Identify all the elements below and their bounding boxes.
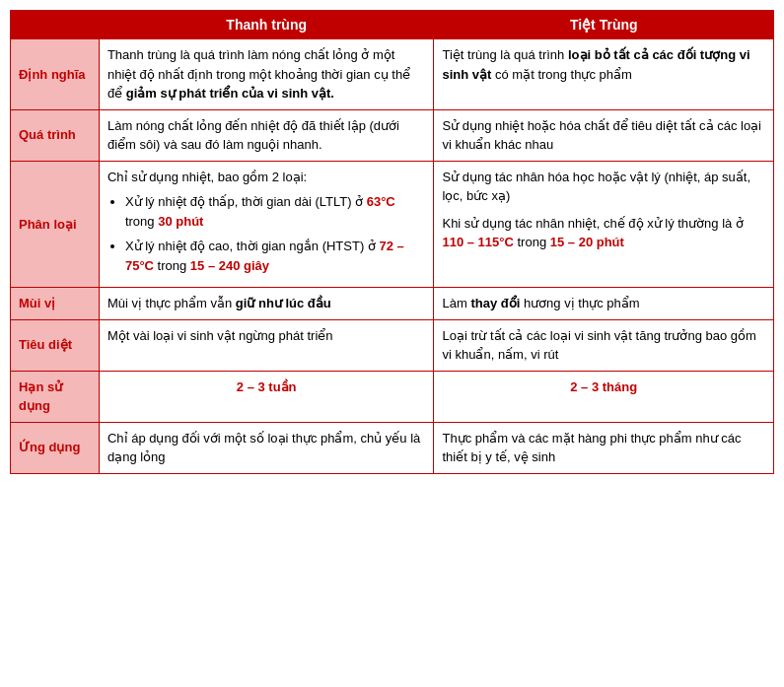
header-thanh-trung: Thanh trùng (99, 11, 434, 39)
row-label: Hạn sử dụng (11, 371, 100, 422)
table-row: Định nghĩaThanh trùng là quá trình làm n… (11, 39, 774, 110)
header-empty (11, 11, 100, 39)
cell-tiet: Tiệt trùng là quá trình loại bỏ tất cả c… (434, 39, 774, 110)
table-row: Ứng dụngChỉ áp dụng đối với một số loại … (11, 422, 774, 473)
cell-tiet: Sử dụng nhiệt hoặc hóa chất để tiêu diệt… (434, 109, 774, 161)
table-row: Phân loạiChỉ sử dụng nhiệt, bao gồm 2 lo… (11, 161, 774, 288)
row-label: Quá trình (11, 109, 100, 161)
cell-tiet: Loại trừ tất cả các loại vi sinh vật tăn… (434, 319, 774, 371)
comparison-table: Thanh trùng Tiệt Trùng Định nghĩaThanh t… (10, 10, 774, 474)
cell-thanh: 2 – 3 tuần (99, 371, 434, 422)
table-row: Hạn sử dụng2 – 3 tuần2 – 3 tháng (11, 371, 774, 422)
cell-thanh: Chỉ áp dụng đối với một số loại thực phẩ… (99, 422, 434, 473)
cell-thanh: Chỉ sử dụng nhiệt, bao gồm 2 loại:Xử lý … (99, 161, 434, 288)
cell-tiet: Sử dụng tác nhân hóa học hoặc vật lý (nh… (434, 161, 774, 288)
cell-thanh: Thanh trùng là quá trình làm nóng chất l… (99, 39, 434, 110)
cell-thanh: Làm nóng chất lỏng đến nhiệt độ đã thiết… (99, 109, 434, 161)
row-label: Phân loại (11, 161, 100, 288)
table-row: Mùi vịMùi vị thực phẩm vẫn giữ như lúc đ… (11, 288, 774, 320)
cell-tiet: Làm thay đổi hương vị thực phẩm (434, 288, 774, 320)
row-label: Mùi vị (11, 288, 100, 320)
cell-tiet: 2 – 3 tháng (434, 371, 774, 422)
row-label: Ứng dụng (11, 422, 100, 473)
table-row: Quá trìnhLàm nóng chất lỏng đến nhiệt độ… (11, 109, 774, 161)
header-tiet-trung: Tiệt Trùng (434, 11, 774, 39)
row-label: Tiêu diệt (11, 319, 100, 371)
table-row: Tiêu diệtMột vài loại vi sinh vật ngừng … (11, 319, 774, 371)
row-label: Định nghĩa (11, 39, 100, 110)
cell-tiet: Thực phẩm và các mặt hàng phi thực phẩm … (434, 422, 774, 473)
cell-thanh: Mùi vị thực phẩm vẫn giữ như lúc đầu (99, 288, 434, 320)
cell-thanh: Một vài loại vi sinh vật ngừng phát triể… (99, 319, 434, 371)
